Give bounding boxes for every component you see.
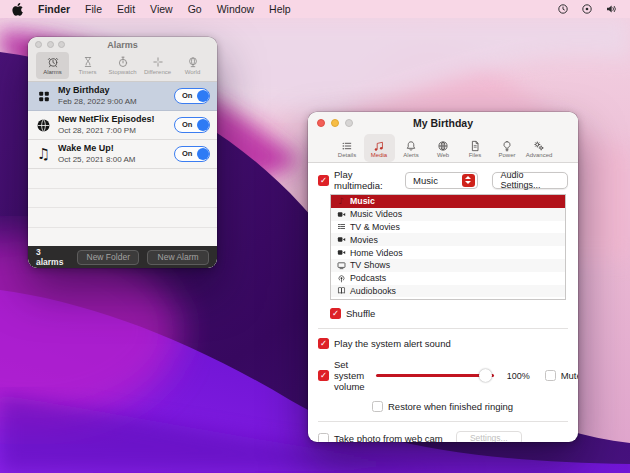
alarms-toolbar: Alarms Timers Stopwatch Difference World [28, 52, 217, 82]
toggle-knob [197, 90, 209, 102]
media-panel: ✓ Play multimedia: Music Audio Settings.… [308, 163, 578, 442]
muted-checkbox[interactable] [545, 370, 556, 381]
clock-icon[interactable] [557, 3, 569, 15]
document-icon [469, 140, 481, 152]
alarm-name: My Birthday [58, 85, 168, 96]
empty-list-row [28, 228, 217, 248]
menu-item-view[interactable]: View [150, 3, 173, 15]
play-multimedia-label: Play multimedia: [334, 169, 396, 191]
new-folder-button[interactable]: New Folder [77, 250, 139, 265]
alarm-row-wake-me-up[interactable]: ♫ Wake Me Up! Oct 25, 2021 8:00 AM On [28, 140, 217, 169]
list-item-movies[interactable]: Movies [331, 233, 565, 246]
tab-advanced[interactable]: Advanced [524, 134, 555, 162]
tab-files[interactable]: Files [460, 134, 491, 162]
tab-label: Alerts [403, 152, 418, 158]
window-title: My Birthday [308, 117, 578, 129]
alarm-toggle[interactable]: On [174, 146, 210, 162]
music-note-icon: ♪ [338, 197, 344, 206]
tab-label: Web [437, 152, 449, 158]
list-item-audiobooks[interactable]: Audiobooks [331, 285, 565, 298]
bell-icon [405, 140, 417, 152]
menu-item-window[interactable]: Window [217, 3, 254, 15]
birthday-toolbar: Details Media Alerts Web Files Power Adv… [308, 134, 578, 163]
tab-details[interactable]: Details [332, 134, 363, 162]
menu-item-finder[interactable]: Finder [38, 3, 70, 15]
alert-sound-label: Play the system alert sound [334, 338, 451, 349]
tab-label: Files [469, 152, 482, 158]
alarm-row-my-birthday[interactable]: My Birthday Feb 28, 2022 9:00 AM On [28, 82, 217, 111]
menu-item-file[interactable]: File [85, 3, 102, 15]
tab-label: World [185, 69, 201, 75]
tab-difference[interactable]: Difference [141, 52, 174, 79]
alarm-toggle[interactable]: On [174, 117, 210, 133]
tab-stopwatch[interactable]: Stopwatch [106, 52, 139, 79]
media-source-select[interactable]: Music [405, 172, 477, 189]
tab-alarms[interactable]: Alarms [36, 52, 69, 79]
alarm-toggle[interactable]: On [174, 88, 210, 104]
chevron-up-down-icon [462, 174, 475, 187]
alert-sound-checkbox[interactable]: ✓ [318, 338, 329, 349]
audio-settings-button[interactable]: Audio Settings... [492, 172, 568, 189]
tab-label: Difference [144, 69, 171, 75]
my-birthday-window: My Birthday Details Media Alerts Web Fil… [308, 112, 578, 442]
separator [318, 421, 568, 422]
video-camera-icon [337, 210, 346, 219]
alarms-titlebar[interactable]: Alarms [28, 37, 217, 52]
restore-checkbox[interactable] [372, 401, 383, 412]
alarm-datetime: Oct 25, 2021 8:00 AM [58, 155, 168, 165]
screen-record-icon[interactable] [581, 3, 593, 15]
empty-list-row [28, 208, 217, 228]
tab-world[interactable]: World [176, 52, 209, 79]
video-camera-icon [337, 235, 346, 244]
list-item-label: Music [350, 196, 375, 206]
muted-label: Muted [561, 370, 578, 381]
shuffle-label: Shuffle [346, 308, 375, 319]
apple-menu[interactable] [12, 3, 23, 16]
tab-label: Advanced [526, 152, 553, 158]
list-item-tv-shows[interactable]: TV Shows [331, 259, 565, 272]
menu-item-edit[interactable]: Edit [117, 3, 135, 15]
grid-dots-icon [37, 89, 51, 103]
play-multimedia-checkbox[interactable]: ✓ [318, 175, 329, 186]
empty-list-row [28, 169, 217, 189]
separator [318, 328, 568, 329]
list-item-music-videos[interactable]: Music Videos [331, 208, 565, 221]
tab-timers[interactable]: Timers [71, 52, 104, 79]
tab-web[interactable]: Web [428, 134, 459, 162]
apple-icon [12, 3, 23, 16]
list-item-podcasts[interactable]: Podcasts [331, 272, 565, 285]
alarm-row-netflix[interactable]: New NetFlix Episodes! Oct 28, 2021 7:00 … [28, 111, 217, 140]
tab-label: Power [498, 152, 515, 158]
list-item-music[interactable]: ♪ Music [331, 195, 565, 208]
tab-power[interactable]: Power [492, 134, 523, 162]
web-globe-icon [437, 140, 449, 152]
list-item-label: Movies [350, 235, 378, 245]
window-title: Alarms [28, 40, 217, 50]
alarm-datetime: Oct 28, 2021 7:00 PM [58, 126, 168, 136]
menu-item-go[interactable]: Go [188, 3, 202, 15]
list-item-label: TV & Movies [350, 222, 400, 232]
alarm-name: New NetFlix Episodes! [58, 114, 168, 125]
tab-alerts[interactable]: Alerts [396, 134, 427, 162]
tab-label: Alarms [43, 69, 62, 75]
tv-icon [337, 261, 346, 270]
tab-media[interactable]: Media [364, 134, 395, 162]
webcam-checkbox[interactable] [318, 433, 329, 443]
list-item-tv-movies[interactable]: TV & Movies [331, 221, 565, 234]
slider-thumb[interactable] [479, 369, 492, 382]
video-camera-icon [337, 248, 346, 257]
list-item-label: Audiobooks [350, 286, 396, 296]
podcast-icon [337, 274, 346, 283]
list-item-label: TV Shows [350, 260, 390, 270]
set-volume-checkbox[interactable]: ✓ [318, 370, 329, 381]
volume-icon[interactable] [605, 3, 618, 15]
shuffle-checkbox[interactable]: ✓ [330, 308, 341, 319]
tab-label: Media [371, 152, 387, 158]
world-icon [187, 56, 199, 68]
new-alarm-button[interactable]: New Alarm [147, 250, 209, 265]
volume-slider[interactable] [376, 369, 494, 382]
list-item-home-videos[interactable]: Home Videos [331, 246, 565, 259]
menu-item-help[interactable]: Help [269, 3, 291, 15]
birthday-titlebar[interactable]: My Birthday [308, 112, 578, 134]
alarms-window: Alarms Alarms Timers Stopwatch Differenc… [28, 37, 217, 268]
